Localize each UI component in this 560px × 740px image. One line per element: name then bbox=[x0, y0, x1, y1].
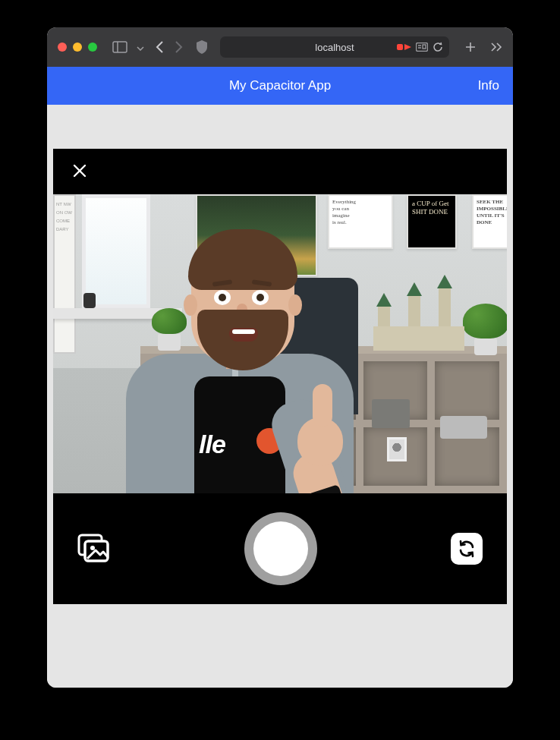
lego-castle bbox=[373, 301, 464, 351]
traffic-close-icon[interactable] bbox=[58, 43, 67, 52]
reader-icon[interactable] bbox=[416, 43, 428, 52]
nav-forward-icon bbox=[175, 40, 184, 54]
close-icon[interactable] bbox=[71, 162, 88, 182]
gallery-icon[interactable] bbox=[77, 534, 111, 564]
info-button[interactable]: Info bbox=[478, 78, 499, 93]
traffic-minimize-icon[interactable] bbox=[73, 43, 82, 52]
app-viewport: My Capacitor App Info NT NW ON OW COME D… bbox=[47, 67, 513, 688]
recording-indicator-icon[interactable] bbox=[397, 44, 411, 50]
tab-overflow-icon[interactable] bbox=[490, 42, 502, 52]
privacy-shield-icon[interactable] bbox=[196, 40, 208, 54]
browser-window: localhost My Capacitor App Info bbox=[47, 27, 513, 688]
new-tab-icon[interactable] bbox=[464, 41, 477, 53]
svg-rect-5 bbox=[423, 45, 426, 49]
browser-toolbar: localhost bbox=[47, 27, 513, 67]
nav-back-icon[interactable] bbox=[155, 40, 164, 54]
flip-camera-icon[interactable] bbox=[451, 533, 483, 565]
camera-viewfinder: NT NW ON OW COME DARY Everything you can… bbox=[53, 194, 507, 493]
poster-seek: SEEK THE IMPOSSIBLE UNTIL IT'S DONE bbox=[472, 194, 507, 249]
page-title: My Capacitor App bbox=[229, 78, 331, 93]
camera-controls bbox=[53, 493, 507, 604]
traffic-lights bbox=[58, 43, 97, 52]
poster-cup: a CUP of Get SHIT DONE bbox=[407, 194, 457, 249]
reload-icon[interactable] bbox=[433, 42, 443, 52]
chevron-down-icon[interactable] bbox=[137, 40, 144, 54]
person-thumbs-up: lle bbox=[118, 225, 369, 493]
address-bar[interactable]: localhost bbox=[220, 36, 449, 58]
camera-topbar bbox=[53, 149, 507, 194]
svg-rect-0 bbox=[113, 42, 127, 52]
traffic-zoom-icon[interactable] bbox=[88, 43, 97, 52]
url-text: localhost bbox=[315, 42, 354, 53]
shutter-icon bbox=[253, 521, 308, 576]
svg-point-13 bbox=[90, 546, 95, 550]
shutter-button[interactable] bbox=[244, 512, 317, 585]
sidebar-toggle-icon[interactable] bbox=[112, 41, 127, 53]
app-header: My Capacitor App Info bbox=[47, 67, 513, 105]
camera-modal: NT NW ON OW COME DARY Everything you can… bbox=[53, 149, 507, 604]
camera-preview-scene: NT NW ON OW COME DARY Everything you can… bbox=[53, 194, 507, 493]
